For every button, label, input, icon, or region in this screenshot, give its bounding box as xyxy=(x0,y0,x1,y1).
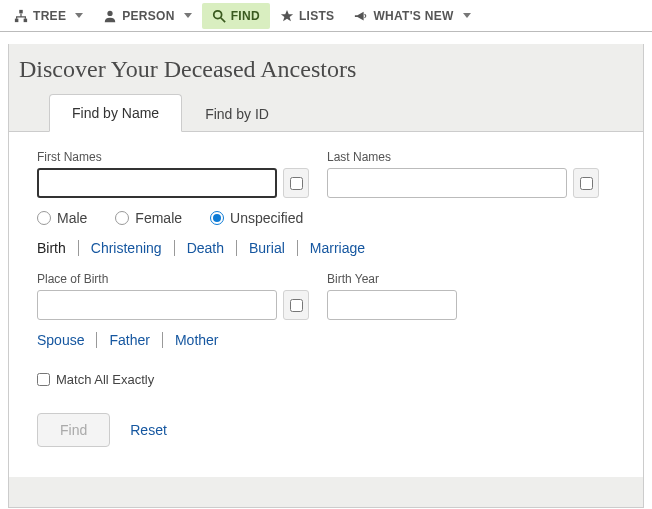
place-of-birth-exact-checkbox[interactable] xyxy=(290,299,303,312)
star-icon xyxy=(280,9,294,23)
nav-lists[interactable]: LISTS xyxy=(270,3,345,29)
last-names-exact-box xyxy=(573,168,599,198)
match-all-row: Match All Exactly xyxy=(37,372,615,387)
relative-mother[interactable]: Mother xyxy=(163,332,231,348)
event-death[interactable]: Death xyxy=(175,240,237,256)
megaphone-icon xyxy=(354,9,368,23)
svg-rect-1 xyxy=(15,18,19,22)
gender-radios: Male Female Unspecified xyxy=(37,210,615,226)
place-of-birth-exact-box xyxy=(283,290,309,320)
radio-male-label: Male xyxy=(57,210,87,226)
birth-year-input[interactable] xyxy=(327,290,457,320)
svg-rect-2 xyxy=(24,18,28,22)
place-of-birth-label: Place of Birth xyxy=(37,272,309,286)
last-names-input[interactable] xyxy=(327,168,567,198)
nav-lists-label: LISTS xyxy=(299,9,335,23)
page-container: Discover Your Deceased Ancestors Find by… xyxy=(8,44,644,508)
match-all-checkbox[interactable] xyxy=(37,373,50,386)
svg-point-4 xyxy=(213,10,221,18)
radio-dot-icon xyxy=(115,211,129,225)
nav-whatsnew[interactable]: WHAT'S NEW xyxy=(344,3,480,29)
radio-female[interactable]: Female xyxy=(115,210,182,226)
nav-person[interactable]: PERSON xyxy=(93,3,201,29)
last-names-label: Last Names xyxy=(327,150,599,164)
person-icon xyxy=(103,9,117,23)
nav-person-label: PERSON xyxy=(122,9,174,23)
match-all-label: Match All Exactly xyxy=(56,372,154,387)
svg-rect-0 xyxy=(19,9,23,13)
relative-row: Spouse Father Mother xyxy=(37,332,615,348)
birth-year-field: Birth Year xyxy=(327,272,457,320)
chevron-down-icon xyxy=(463,13,471,18)
first-names-label: First Names xyxy=(37,150,309,164)
place-of-birth-input[interactable] xyxy=(37,290,277,320)
event-marriage[interactable]: Marriage xyxy=(298,240,377,256)
radio-female-label: Female xyxy=(135,210,182,226)
page-title: Discover Your Deceased Ancestors xyxy=(9,44,643,93)
find-button[interactable]: Find xyxy=(37,413,110,447)
radio-dot-icon xyxy=(37,211,51,225)
first-names-input[interactable] xyxy=(37,168,277,198)
last-names-field: Last Names xyxy=(327,150,599,198)
chevron-down-icon xyxy=(184,13,192,18)
relative-father[interactable]: Father xyxy=(97,332,162,348)
nav-find[interactable]: FIND xyxy=(202,3,270,29)
svg-point-3 xyxy=(108,10,113,15)
birth-year-label: Birth Year xyxy=(327,272,457,286)
tab-find-by-name[interactable]: Find by Name xyxy=(49,94,182,132)
radio-dot-icon xyxy=(210,211,224,225)
search-panel: First Names Last Names xyxy=(9,132,643,477)
actions-row: Find Reset xyxy=(37,413,615,447)
search-icon xyxy=(212,9,226,23)
event-birth[interactable]: Birth xyxy=(37,240,79,256)
event-christening[interactable]: Christening xyxy=(79,240,175,256)
place-of-birth-field: Place of Birth xyxy=(37,272,309,320)
radio-unspecified-label: Unspecified xyxy=(230,210,303,226)
svg-line-5 xyxy=(220,17,224,21)
event-type-row: Birth Christening Death Burial Marriage xyxy=(37,240,615,256)
first-names-exact-box xyxy=(283,168,309,198)
relative-spouse[interactable]: Spouse xyxy=(37,332,97,348)
nav-find-label: FIND xyxy=(231,9,260,23)
tabs: Find by Name Find by ID xyxy=(9,93,643,132)
nav-whatsnew-label: WHAT'S NEW xyxy=(373,9,453,23)
top-nav: TREE PERSON FIND LISTS WHAT'S NEW xyxy=(0,0,652,32)
event-burial[interactable]: Burial xyxy=(237,240,298,256)
radio-male[interactable]: Male xyxy=(37,210,87,226)
tab-find-by-id[interactable]: Find by ID xyxy=(182,95,292,132)
last-names-exact-checkbox[interactable] xyxy=(580,177,593,190)
tree-icon xyxy=(14,9,28,23)
first-names-exact-checkbox[interactable] xyxy=(290,177,303,190)
chevron-down-icon xyxy=(75,13,83,18)
first-names-field: First Names xyxy=(37,150,309,198)
radio-unspecified[interactable]: Unspecified xyxy=(210,210,303,226)
nav-tree-label: TREE xyxy=(33,9,66,23)
nav-tree[interactable]: TREE xyxy=(4,3,93,29)
reset-link[interactable]: Reset xyxy=(130,422,167,438)
